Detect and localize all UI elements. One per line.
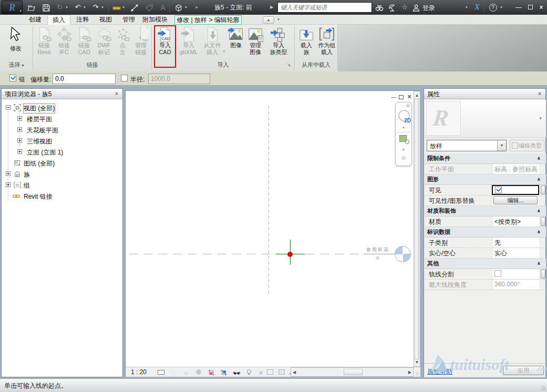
worksharing-display-icon[interactable] xyxy=(256,369,265,377)
link-cad-button[interactable]: CAD 链接CAD xyxy=(75,26,94,60)
signin-label[interactable]: 登录 xyxy=(422,4,435,13)
vertical-scrollbar[interactable]: ▲ ▼ xyxy=(414,91,420,367)
tree-item-ceiling-plans[interactable]: 天花板平面 xyxy=(2,126,122,135)
toolbar-overflow-icon[interactable]: » xyxy=(191,3,202,12)
manage-images-button[interactable]: 管理图像 xyxy=(246,26,265,60)
image-button[interactable]: 图像 xyxy=(227,26,245,60)
sync-icon[interactable]: ↻ xyxy=(55,3,65,12)
vertical-scroll-thumb[interactable] xyxy=(415,99,419,359)
manage-links-button[interactable]: 管理链接 xyxy=(131,26,150,60)
trajectory-checkbox[interactable] xyxy=(494,270,501,277)
level-head-symbol[interactable] xyxy=(395,246,411,262)
favorites-star-icon[interactable]: ☆ xyxy=(399,3,410,12)
tab-create[interactable]: 创建 xyxy=(24,15,46,25)
link-ifc-button[interactable]: 链接IFC xyxy=(55,26,74,60)
chain-checkbox[interactable] xyxy=(9,75,16,81)
drawing-canvas[interactable]: 参照标高 0 — × ⊗ 2D ▾ ▾ ⊖ ▲ ▼ 1 : 20 xyxy=(125,90,420,377)
level-line-dashed[interactable] xyxy=(129,254,392,254)
minimize-button[interactable]: — xyxy=(514,3,523,12)
import-gbxml-button[interactable]: 导入gbXML xyxy=(178,26,200,60)
tab-annotate[interactable]: 注释 xyxy=(71,15,94,25)
sun-path-icon[interactable]: ☼ xyxy=(181,369,191,377)
dwf-markup-button[interactable]: DWF标记 xyxy=(95,26,113,60)
radius-checkbox[interactable] xyxy=(121,75,128,81)
maximize-button[interactable] xyxy=(525,3,535,12)
tab-contextual-modify-sweep[interactable]: 修改 | 放样 > 编辑轮廓 xyxy=(174,15,242,25)
show-crop-region-icon[interactable] xyxy=(219,369,229,377)
visible-checkbox[interactable] xyxy=(495,187,502,193)
edit-overrides-button[interactable]: 编辑... xyxy=(493,196,538,204)
close-icon[interactable]: × xyxy=(536,90,543,98)
sync-dropdown-icon[interactable]: ▾ xyxy=(65,5,69,10)
section-constraints[interactable]: 限制条件∧ xyxy=(425,153,546,164)
tab-manage[interactable]: 管理 xyxy=(118,15,140,25)
level-elevation-value[interactable]: 0 xyxy=(376,255,379,261)
import-family-types-button[interactable]: 导入族类型 xyxy=(266,26,291,60)
view-dropdown-icon[interactable]: ▾ xyxy=(184,5,188,10)
point-cloud-button[interactable]: 点云 xyxy=(115,26,130,60)
visible-value-cell[interactable] xyxy=(492,185,539,195)
text-icon[interactable]: A xyxy=(158,3,168,12)
save-icon[interactable] xyxy=(41,3,51,12)
chevron-up-icon[interactable]: ∧ xyxy=(537,153,541,163)
panel-label-load[interactable]: 从库中载入 xyxy=(295,60,337,70)
measure-icon[interactable] xyxy=(111,3,122,12)
load-family-button[interactable]: 载入族 xyxy=(297,26,316,60)
navbar-close-icon[interactable]: ⊗ xyxy=(406,103,410,108)
tree-item-groups[interactable]: 组 xyxy=(2,181,122,190)
modify-button[interactable]: 修改 xyxy=(3,26,28,60)
offset-input[interactable] xyxy=(53,74,116,84)
type-selector-dropdown-icon[interactable]: ▾ xyxy=(497,140,506,151)
subcategory-value[interactable]: 无 xyxy=(492,238,539,247)
tab-insert[interactable]: 插入 xyxy=(47,15,70,25)
section-identity-data[interactable]: 标识数据∧ xyxy=(425,227,546,238)
application-menu-button[interactable]: R▾ xyxy=(2,1,23,14)
tab-view[interactable]: 视图 xyxy=(95,15,117,25)
scroll-left-icon[interactable]: ◀ xyxy=(293,370,296,375)
temporary-hide-isolate-icon[interactable] xyxy=(232,369,241,377)
level-name-label[interactable]: 参照标高 xyxy=(366,246,389,253)
zoom-dropdown-icon[interactable]: ▾ xyxy=(402,148,405,152)
wheel-dropdown-icon[interactable]: ▾ xyxy=(402,126,405,130)
tree-item-floor-plans[interactable]: 楼层平面 xyxy=(2,115,122,124)
detail-level-icon[interactable] xyxy=(156,369,166,377)
scroll-up-icon[interactable]: ▲ xyxy=(414,93,420,98)
ribbon-collapse-button[interactable]: ▲ xyxy=(263,16,274,24)
help-icon[interactable]: ? xyxy=(488,3,498,12)
panel-label-select[interactable]: 选择 ▾ xyxy=(0,60,33,70)
default-3d-view-icon[interactable] xyxy=(173,3,184,12)
undo-icon[interactable]: ↶ xyxy=(73,3,83,12)
import-dialog-launcher-icon[interactable]: ↘ xyxy=(287,62,291,67)
horizontal-scroll-thumb[interactable] xyxy=(344,369,363,375)
aligned-dimension-icon[interactable] xyxy=(129,3,140,12)
tree-item-families[interactable]: 族 xyxy=(2,170,122,179)
chevron-up-icon[interactable]: ∧ xyxy=(537,227,541,237)
associate-parameter-button[interactable] xyxy=(541,217,545,226)
crop-view-icon[interactable]: × xyxy=(207,369,216,377)
radius-input[interactable] xyxy=(148,74,210,84)
temporary-view-properties-icon[interactable] xyxy=(265,369,275,377)
tree-item-3d-views[interactable]: 三维视图 xyxy=(2,137,122,146)
search-input[interactable] xyxy=(277,2,372,13)
start-point-dot[interactable] xyxy=(287,252,293,257)
expand-toggle-icon[interactable] xyxy=(6,171,11,176)
tree-item-sheets[interactable]: 图纸 (全部) xyxy=(2,159,122,168)
chevron-up-icon[interactable]: ∧ xyxy=(537,174,541,184)
steering-wheel-icon[interactable]: 2D xyxy=(398,110,410,121)
associate-parameter-button[interactable] xyxy=(541,270,545,278)
expand-toggle-icon[interactable] xyxy=(17,127,22,132)
tree-item-revit-links[interactable]: Revit 链接 xyxy=(2,192,122,201)
window-resize-grip[interactable] xyxy=(541,386,545,390)
redo-dropdown-icon[interactable]: ▾ xyxy=(100,5,105,10)
panel-label-link[interactable]: 链接 xyxy=(33,60,151,70)
zoom-region-icon[interactable] xyxy=(399,135,407,142)
scroll-right-icon[interactable]: ▶ xyxy=(408,370,411,375)
shadows-icon[interactable] xyxy=(194,369,203,377)
close-icon[interactable]: × xyxy=(113,90,120,98)
chevron-up-icon[interactable]: ∧ xyxy=(537,259,541,269)
horizontal-scrollbar[interactable]: ◀ ▶ xyxy=(291,367,414,377)
tree-item-views[interactable]: 视图 (全部) xyxy=(2,104,122,113)
project-browser-header[interactable]: 项目浏览器 - 族5 × xyxy=(2,89,122,99)
chevron-up-icon[interactable]: ∧ xyxy=(537,206,541,216)
load-as-group-button[interactable]: 作为组载入 xyxy=(316,26,337,60)
